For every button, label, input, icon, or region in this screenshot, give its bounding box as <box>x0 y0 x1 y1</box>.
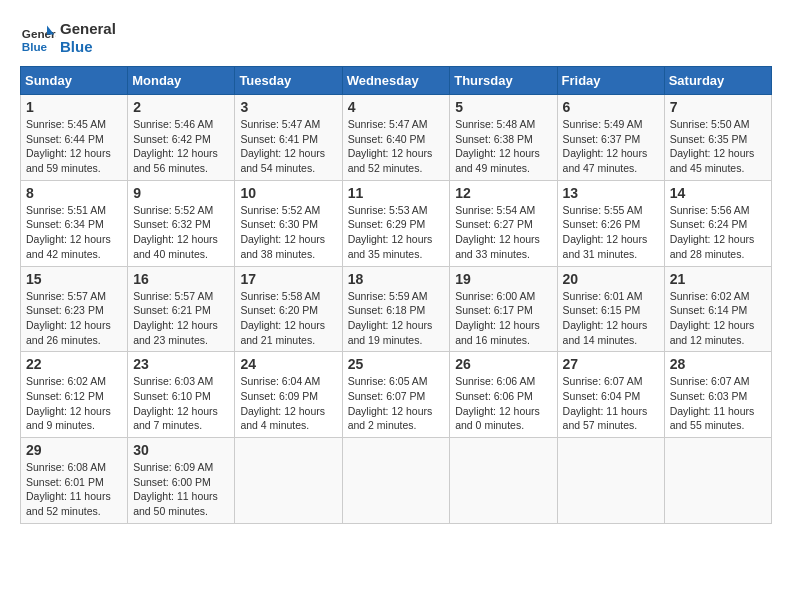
day-cell: 2Sunrise: 5:46 AM Sunset: 6:42 PM Daylig… <box>128 95 235 181</box>
day-info: Sunrise: 6:02 AM Sunset: 6:14 PM Dayligh… <box>670 289 766 348</box>
day-cell: 24Sunrise: 6:04 AM Sunset: 6:09 PM Dayli… <box>235 352 342 438</box>
day-cell <box>235 438 342 524</box>
day-number: 27 <box>563 356 659 372</box>
day-number: 1 <box>26 99 122 115</box>
logo-blue: Blue <box>60 38 116 56</box>
day-number: 21 <box>670 271 766 287</box>
day-info: Sunrise: 5:54 AM Sunset: 6:27 PM Dayligh… <box>455 203 551 262</box>
day-number: 6 <box>563 99 659 115</box>
day-number: 11 <box>348 185 445 201</box>
day-info: Sunrise: 6:02 AM Sunset: 6:12 PM Dayligh… <box>26 374 122 433</box>
day-info: Sunrise: 5:58 AM Sunset: 6:20 PM Dayligh… <box>240 289 336 348</box>
col-header-tuesday: Tuesday <box>235 67 342 95</box>
day-number: 2 <box>133 99 229 115</box>
day-cell: 29Sunrise: 6:08 AM Sunset: 6:01 PM Dayli… <box>21 438 128 524</box>
day-cell: 19Sunrise: 6:00 AM Sunset: 6:17 PM Dayli… <box>450 266 557 352</box>
day-info: Sunrise: 5:53 AM Sunset: 6:29 PM Dayligh… <box>348 203 445 262</box>
day-cell: 1Sunrise: 5:45 AM Sunset: 6:44 PM Daylig… <box>21 95 128 181</box>
day-number: 12 <box>455 185 551 201</box>
col-header-saturday: Saturday <box>664 67 771 95</box>
day-cell: 6Sunrise: 5:49 AM Sunset: 6:37 PM Daylig… <box>557 95 664 181</box>
day-number: 17 <box>240 271 336 287</box>
day-info: Sunrise: 6:06 AM Sunset: 6:06 PM Dayligh… <box>455 374 551 433</box>
day-cell: 12Sunrise: 5:54 AM Sunset: 6:27 PM Dayli… <box>450 180 557 266</box>
day-cell: 8Sunrise: 5:51 AM Sunset: 6:34 PM Daylig… <box>21 180 128 266</box>
calendar-table: SundayMondayTuesdayWednesdayThursdayFrid… <box>20 66 772 524</box>
day-cell: 7Sunrise: 5:50 AM Sunset: 6:35 PM Daylig… <box>664 95 771 181</box>
day-cell: 20Sunrise: 6:01 AM Sunset: 6:15 PM Dayli… <box>557 266 664 352</box>
week-row-3: 15Sunrise: 5:57 AM Sunset: 6:23 PM Dayli… <box>21 266 772 352</box>
col-header-sunday: Sunday <box>21 67 128 95</box>
week-row-5: 29Sunrise: 6:08 AM Sunset: 6:01 PM Dayli… <box>21 438 772 524</box>
day-number: 22 <box>26 356 122 372</box>
day-number: 28 <box>670 356 766 372</box>
col-header-friday: Friday <box>557 67 664 95</box>
week-row-1: 1Sunrise: 5:45 AM Sunset: 6:44 PM Daylig… <box>21 95 772 181</box>
day-cell: 22Sunrise: 6:02 AM Sunset: 6:12 PM Dayli… <box>21 352 128 438</box>
day-number: 19 <box>455 271 551 287</box>
day-cell: 9Sunrise: 5:52 AM Sunset: 6:32 PM Daylig… <box>128 180 235 266</box>
day-number: 30 <box>133 442 229 458</box>
day-number: 25 <box>348 356 445 372</box>
day-number: 8 <box>26 185 122 201</box>
day-info: Sunrise: 5:52 AM Sunset: 6:32 PM Dayligh… <box>133 203 229 262</box>
day-number: 10 <box>240 185 336 201</box>
day-info: Sunrise: 6:03 AM Sunset: 6:10 PM Dayligh… <box>133 374 229 433</box>
day-number: 7 <box>670 99 766 115</box>
day-info: Sunrise: 6:01 AM Sunset: 6:15 PM Dayligh… <box>563 289 659 348</box>
day-cell <box>664 438 771 524</box>
day-cell: 10Sunrise: 5:52 AM Sunset: 6:30 PM Dayli… <box>235 180 342 266</box>
day-cell <box>450 438 557 524</box>
day-info: Sunrise: 5:45 AM Sunset: 6:44 PM Dayligh… <box>26 117 122 176</box>
day-info: Sunrise: 5:48 AM Sunset: 6:38 PM Dayligh… <box>455 117 551 176</box>
week-row-2: 8Sunrise: 5:51 AM Sunset: 6:34 PM Daylig… <box>21 180 772 266</box>
day-number: 4 <box>348 99 445 115</box>
week-row-4: 22Sunrise: 6:02 AM Sunset: 6:12 PM Dayli… <box>21 352 772 438</box>
day-cell: 14Sunrise: 5:56 AM Sunset: 6:24 PM Dayli… <box>664 180 771 266</box>
day-info: Sunrise: 5:56 AM Sunset: 6:24 PM Dayligh… <box>670 203 766 262</box>
day-cell: 17Sunrise: 5:58 AM Sunset: 6:20 PM Dayli… <box>235 266 342 352</box>
day-number: 5 <box>455 99 551 115</box>
logo-general: General <box>60 20 116 38</box>
day-cell: 16Sunrise: 5:57 AM Sunset: 6:21 PM Dayli… <box>128 266 235 352</box>
day-info: Sunrise: 5:57 AM Sunset: 6:23 PM Dayligh… <box>26 289 122 348</box>
day-info: Sunrise: 6:00 AM Sunset: 6:17 PM Dayligh… <box>455 289 551 348</box>
day-cell: 5Sunrise: 5:48 AM Sunset: 6:38 PM Daylig… <box>450 95 557 181</box>
day-info: Sunrise: 6:05 AM Sunset: 6:07 PM Dayligh… <box>348 374 445 433</box>
svg-text:Blue: Blue <box>22 40 48 53</box>
day-cell <box>557 438 664 524</box>
day-number: 23 <box>133 356 229 372</box>
col-header-wednesday: Wednesday <box>342 67 450 95</box>
day-number: 3 <box>240 99 336 115</box>
day-info: Sunrise: 6:09 AM Sunset: 6:00 PM Dayligh… <box>133 460 229 519</box>
day-info: Sunrise: 5:47 AM Sunset: 6:40 PM Dayligh… <box>348 117 445 176</box>
day-cell: 28Sunrise: 6:07 AM Sunset: 6:03 PM Dayli… <box>664 352 771 438</box>
day-number: 9 <box>133 185 229 201</box>
day-info: Sunrise: 6:04 AM Sunset: 6:09 PM Dayligh… <box>240 374 336 433</box>
day-cell: 27Sunrise: 6:07 AM Sunset: 6:04 PM Dayli… <box>557 352 664 438</box>
day-info: Sunrise: 5:55 AM Sunset: 6:26 PM Dayligh… <box>563 203 659 262</box>
day-number: 14 <box>670 185 766 201</box>
day-number: 13 <box>563 185 659 201</box>
day-number: 18 <box>348 271 445 287</box>
day-number: 26 <box>455 356 551 372</box>
day-number: 16 <box>133 271 229 287</box>
day-number: 29 <box>26 442 122 458</box>
day-info: Sunrise: 6:07 AM Sunset: 6:03 PM Dayligh… <box>670 374 766 433</box>
day-info: Sunrise: 5:46 AM Sunset: 6:42 PM Dayligh… <box>133 117 229 176</box>
day-cell <box>342 438 450 524</box>
day-info: Sunrise: 5:57 AM Sunset: 6:21 PM Dayligh… <box>133 289 229 348</box>
day-info: Sunrise: 6:07 AM Sunset: 6:04 PM Dayligh… <box>563 374 659 433</box>
day-cell: 18Sunrise: 5:59 AM Sunset: 6:18 PM Dayli… <box>342 266 450 352</box>
day-cell: 15Sunrise: 5:57 AM Sunset: 6:23 PM Dayli… <box>21 266 128 352</box>
day-info: Sunrise: 6:08 AM Sunset: 6:01 PM Dayligh… <box>26 460 122 519</box>
day-cell: 21Sunrise: 6:02 AM Sunset: 6:14 PM Dayli… <box>664 266 771 352</box>
logo: General Blue General Blue <box>20 20 116 56</box>
day-cell: 11Sunrise: 5:53 AM Sunset: 6:29 PM Dayli… <box>342 180 450 266</box>
day-info: Sunrise: 5:59 AM Sunset: 6:18 PM Dayligh… <box>348 289 445 348</box>
day-number: 20 <box>563 271 659 287</box>
day-info: Sunrise: 5:52 AM Sunset: 6:30 PM Dayligh… <box>240 203 336 262</box>
day-info: Sunrise: 5:50 AM Sunset: 6:35 PM Dayligh… <box>670 117 766 176</box>
day-cell: 3Sunrise: 5:47 AM Sunset: 6:41 PM Daylig… <box>235 95 342 181</box>
day-cell: 13Sunrise: 5:55 AM Sunset: 6:26 PM Dayli… <box>557 180 664 266</box>
